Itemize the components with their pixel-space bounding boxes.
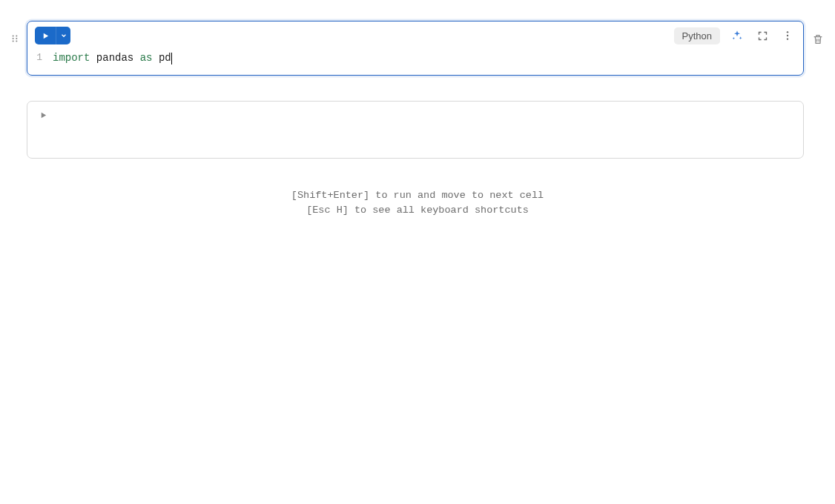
cell-toolbar: Python [27,21,803,49]
notebook-container: Python [7,21,828,219]
svg-point-5 [16,40,17,42]
hint-line-1: [Shift+Enter] to run and move to next ce… [7,188,828,203]
svg-point-8 [787,38,788,39]
keyboard-hints: [Shift+Enter] to run and move to next ce… [7,188,828,219]
code-token-import: import [53,50,90,66]
ai-assist-button[interactable] [729,27,745,44]
play-icon [39,111,47,119]
svg-point-3 [16,38,17,39]
line-number: 1 [36,50,42,66]
svg-point-1 [16,35,17,36]
inactive-cell-content[interactable] [27,130,803,158]
run-button[interactable] [35,27,56,44]
code-token-module: pandas [96,50,133,66]
kebab-menu-icon [782,30,793,42]
inactive-cell-toolbar [27,102,803,130]
run-button-group [35,27,70,44]
sparkle-icon [731,30,743,42]
delete-wrapper [808,31,828,47]
play-icon [42,32,50,40]
code-cell-active[interactable]: Python [27,21,804,76]
more-options-button[interactable] [779,27,796,44]
inactive-run-button[interactable] [39,109,47,122]
code-token-as: as [140,50,153,66]
toolbar-left [35,27,70,44]
toolbar-right: Python [674,27,796,44]
svg-point-7 [787,35,788,36]
drag-handle[interactable] [7,31,22,46]
code-token-alias: pd [159,50,171,66]
cell-row-inactive [7,101,828,159]
delete-cell-button[interactable] [810,31,826,47]
chevron-down-icon [60,32,67,39]
fullscreen-button[interactable] [754,27,770,44]
trash-icon [812,33,824,45]
svg-point-6 [787,31,788,33]
fullscreen-icon [757,30,768,42]
cell-row-active: Python [7,21,828,76]
svg-point-0 [13,35,14,36]
code-editor[interactable]: 1 import pandas as pd [36,50,794,66]
hint-line-2: [Esc H] to see all keyboard shortcuts [7,203,828,218]
code-cell-inactive[interactable] [27,101,804,159]
svg-point-2 [13,38,14,39]
svg-point-4 [13,40,14,42]
text-cursor [171,53,172,64]
cell-content[interactable]: 1 import pandas as pd [27,49,803,75]
code-line[interactable]: import pandas as pd [53,50,172,66]
language-badge[interactable]: Python [674,27,720,44]
drag-handle-icon [10,33,20,44]
run-dropdown-button[interactable] [56,27,70,44]
